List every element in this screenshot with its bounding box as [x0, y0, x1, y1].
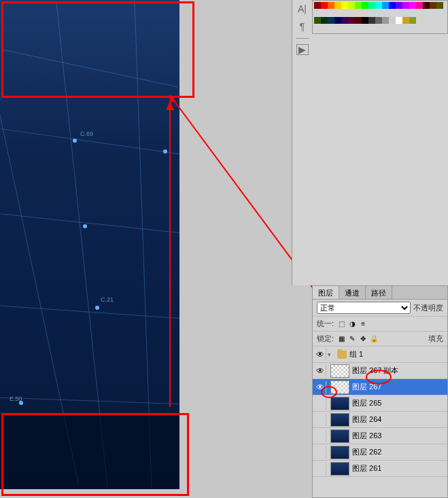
- swatch[interactable]: [355, 2, 362, 9]
- layer-thumbnail[interactable]: [330, 364, 349, 378]
- swatch[interactable]: [396, 17, 402, 24]
- swatch[interactable]: [341, 17, 348, 24]
- layer-thumbnail[interactable]: [330, 429, 349, 443]
- play-icon[interactable]: ▶: [296, 44, 309, 55]
- swatch[interactable]: [396, 2, 402, 9]
- swatch[interactable]: [375, 17, 382, 24]
- fill-label: 填充: [428, 334, 443, 344]
- swatch[interactable]: [314, 17, 321, 24]
- layer-name[interactable]: 图层 264: [352, 414, 446, 425]
- layer-row[interactable]: 图层 262: [313, 444, 447, 461]
- layer-name[interactable]: 图层 267: [352, 382, 446, 392]
- swatch[interactable]: [409, 17, 416, 24]
- panel-tabs: 图层 通道 路径: [313, 286, 447, 300]
- canvas-document[interactable]: C.69 C.21 E.50: [0, 0, 179, 489]
- swatch[interactable]: [328, 2, 334, 9]
- swatch[interactable]: [334, 2, 341, 9]
- lock-position-icon[interactable]: ✥: [358, 334, 368, 344]
- swatch[interactable]: [402, 17, 409, 24]
- layer-row[interactable]: 👁▾组 1: [313, 346, 447, 363]
- layer-name[interactable]: 组 1: [349, 349, 446, 359]
- swatch[interactable]: [389, 17, 396, 24]
- swatch[interactable]: [314, 2, 321, 9]
- swatch[interactable]: [436, 2, 443, 9]
- grid-label: C.21: [101, 296, 114, 303]
- swatch[interactable]: [402, 2, 409, 9]
- canvas-area: C.69 C.21 E.50: [0, 0, 291, 498]
- layer-visibility-icon[interactable]: [314, 446, 326, 459]
- lock-all-icon[interactable]: 🔒: [369, 334, 379, 344]
- swatch[interactable]: [382, 2, 389, 9]
- swatch[interactable]: [334, 17, 341, 24]
- lock-pixels-icon[interactable]: ✎: [347, 334, 357, 344]
- tab-paths[interactable]: 路径: [366, 286, 392, 299]
- lock-row: 锁定: ▦ ✎ ✥ 🔒 填充: [313, 332, 447, 346]
- divider: [296, 38, 309, 39]
- blend-mode-row: 正常 不透明度: [313, 300, 447, 317]
- layer-visibility-icon[interactable]: [314, 414, 326, 426]
- layer-thumbnail[interactable]: [330, 380, 349, 394]
- layer-row[interactable]: 图层 263: [313, 428, 447, 444]
- lock-transparency-icon[interactable]: ▦: [337, 334, 346, 344]
- swatch[interactable]: [416, 2, 423, 9]
- unify-visibility-icon[interactable]: ◑: [347, 319, 357, 329]
- layer-name[interactable]: 图层 263: [352, 431, 446, 441]
- swatch[interactable]: [375, 2, 382, 9]
- expand-arrow-icon[interactable]: ▾: [328, 351, 334, 358]
- layer-visibility-icon[interactable]: 👁: [314, 365, 326, 377]
- swatch[interactable]: [362, 17, 368, 24]
- swatch[interactable]: [389, 2, 396, 9]
- folder-icon: [337, 351, 347, 359]
- swatch[interactable]: [321, 17, 328, 24]
- swatch[interactable]: [341, 2, 348, 9]
- layer-row[interactable]: 图层 264: [313, 412, 447, 428]
- layer-name[interactable]: 图层 261: [352, 463, 446, 474]
- swatch[interactable]: [321, 2, 328, 9]
- layer-name[interactable]: 图层 265: [352, 398, 446, 408]
- opacity-label: 不透明度: [413, 303, 443, 313]
- tab-layers[interactable]: 图层: [313, 286, 339, 299]
- layer-thumbnail[interactable]: [330, 397, 349, 410]
- swatch[interactable]: [348, 17, 355, 24]
- options-sidebar: A| ¶ ▶: [292, 0, 312, 285]
- swatch[interactable]: [348, 2, 355, 9]
- swatch[interactable]: [430, 2, 436, 9]
- layer-name[interactable]: 图层 262: [352, 447, 446, 457]
- type-tool-icon[interactable]: A|: [296, 3, 309, 15]
- swatch[interactable]: [362, 2, 368, 9]
- swatch[interactable]: [368, 17, 375, 24]
- swatch[interactable]: [382, 17, 389, 24]
- unify-position-icon[interactable]: ⬚: [337, 319, 346, 329]
- layers-panel: 图层 通道 路径 正常 不透明度 统一: ⬚ ◑ ≡ 锁定: ▦ ✎ ✥ 🔒 填…: [312, 285, 448, 498]
- layer-thumbnail[interactable]: [330, 446, 349, 459]
- layer-visibility-icon[interactable]: 👁: [314, 381, 326, 393]
- swatch[interactable]: [409, 2, 416, 9]
- layer-thumbnail[interactable]: [330, 413, 349, 427]
- tab-channels[interactable]: 通道: [339, 286, 366, 299]
- swatch[interactable]: [423, 2, 430, 9]
- layer-row[interactable]: 图层 265: [313, 395, 447, 412]
- blend-mode-select[interactable]: 正常: [317, 302, 411, 314]
- grid-label: E.50: [10, 395, 22, 402]
- layer-row[interactable]: 👁图层 267 副本: [313, 363, 447, 379]
- layer-name[interactable]: 图层 267 副本: [352, 366, 446, 376]
- layer-visibility-icon[interactable]: [314, 430, 326, 442]
- layer-visibility-icon[interactable]: [314, 463, 326, 475]
- layer-visibility-icon[interactable]: 👁: [314, 349, 326, 361]
- swatches-panel: [312, 0, 448, 34]
- swatch[interactable]: [328, 17, 334, 24]
- swatch[interactable]: [368, 2, 375, 9]
- layer-visibility-icon[interactable]: [314, 397, 326, 410]
- lock-label: 锁定:: [317, 334, 334, 344]
- canvas-bottom-overlay: [0, 414, 179, 489]
- unify-label: 统一:: [317, 319, 334, 329]
- paragraph-icon[interactable]: ¶: [296, 20, 309, 33]
- grid-label: C.69: [80, 130, 93, 137]
- unify-row: 统一: ⬚ ◑ ≡: [313, 317, 447, 332]
- swatch[interactable]: [355, 17, 362, 24]
- layer-row[interactable]: 图层 261: [313, 461, 447, 477]
- layer-thumbnail[interactable]: [330, 462, 349, 476]
- layer-row[interactable]: 👁图层 267: [313, 379, 447, 395]
- layers-list: 👁▾组 1👁图层 267 副本👁图层 267图层 265图层 264图层 263…: [313, 346, 447, 497]
- unify-style-icon[interactable]: ≡: [358, 319, 368, 329]
